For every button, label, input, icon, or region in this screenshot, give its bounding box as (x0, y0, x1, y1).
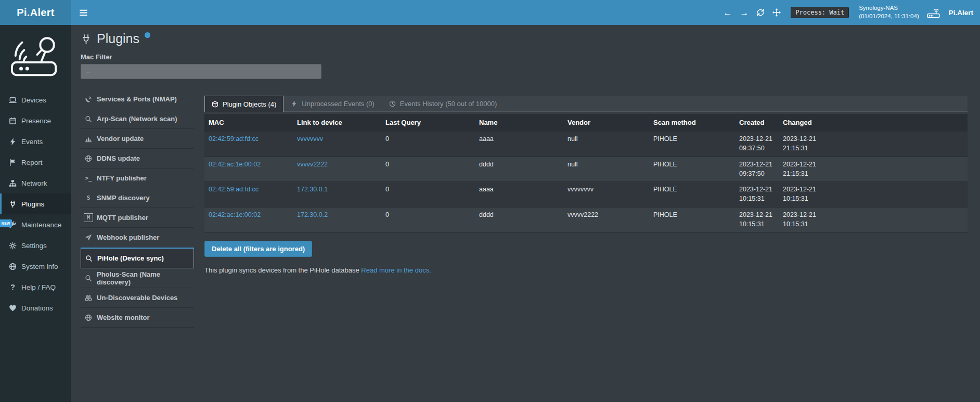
sidebar-item-help-faq[interactable]: ? Help / FAQ (0, 277, 71, 297)
plugin-item-ntfy-publisher[interactable]: >_ NTFY publisher (81, 168, 194, 188)
sidebar-item-network[interactable]: Network (0, 173, 71, 193)
plugin-item-vendor-update[interactable]: Vendor update (81, 129, 194, 149)
column-header-last-query[interactable]: Last Query (381, 114, 475, 132)
column-header-name[interactable]: Name (475, 114, 563, 132)
cell-mac[interactable]: 02:42:ac:1e:00:02 (204, 157, 293, 182)
plugin-item-snmp-discovery[interactable]: S SNMP discovery (81, 188, 194, 208)
tab-plugin-objects[interactable]: Plugin Objects (4) (204, 96, 283, 112)
column-header-changed[interactable]: Changed (779, 114, 822, 132)
column-header-created[interactable]: Created (735, 114, 779, 132)
plugin-item-webhook-publisher[interactable]: Webhook publisher (81, 228, 194, 248)
sidebar-item-events[interactable]: Events (0, 131, 71, 152)
title-info-badge[interactable] (145, 32, 150, 38)
back-arrow-icon[interactable]: ← (723, 8, 732, 17)
read-more-link[interactable]: Read more in the docs. (361, 266, 431, 274)
cell-created: 2023-12-21 10:15:31 (735, 182, 779, 207)
mac-filter-input[interactable] (81, 64, 321, 79)
plugin-item-label: PiHole (Device sync) (97, 254, 164, 262)
plugin-item-services-ports[interactable]: Services & Ports (NMAP) (81, 89, 194, 109)
globe-icon (85, 155, 92, 162)
tab-unprocessed-events[interactable]: Unprocessed Events (0) (283, 96, 381, 111)
header-right-cluster: ← → Process: Wait Synology-NAS (01/01/20… (723, 4, 980, 20)
new-badge: NEW (0, 219, 12, 227)
cube-icon (212, 101, 218, 108)
table-row: 02:42:ac:1e:00:02 vvvvv2222 0 dddd null … (204, 157, 968, 183)
tab-label: Plugin Objects (4) (223, 100, 276, 108)
cell-changed: 2023-12-21 21:15:31 (779, 157, 822, 182)
plugin-item-mqtt-publisher[interactable]: M MQTT publisher (81, 208, 194, 228)
forward-arrow-icon[interactable]: → (740, 8, 749, 17)
hamburger-icon (79, 8, 88, 17)
sidebar-item-plugins[interactable]: Plugins (0, 193, 71, 214)
search-icon (85, 275, 92, 282)
bolt-icon (9, 138, 17, 146)
plugin-item-ddns-update[interactable]: DDNS update (81, 149, 194, 168)
plugin-item-undiscoverable-devices[interactable]: Un-Discoverable Devices (81, 288, 194, 308)
cell-link-to-device[interactable]: vvvvv2222 (293, 157, 381, 182)
plugin-item-label: Vendor update (97, 135, 144, 142)
plug-icon (81, 30, 92, 45)
plugin-item-label: Website monitor (97, 314, 150, 321)
globe-icon (9, 263, 17, 270)
cell-name: dddd (475, 157, 563, 182)
sidebar-item-label: Presence (21, 117, 51, 125)
plugin-item-label: MQTT publisher (97, 214, 148, 222)
heart-icon (9, 304, 17, 312)
sidebar-toggle-button[interactable] (71, 0, 96, 25)
tab-events-history[interactable]: Events History (50 out of 10000) (382, 96, 504, 111)
sidebar: Devices Presence Events Report Network P… (0, 25, 71, 402)
paper-plane-icon (85, 234, 92, 241)
binoculars-icon (85, 294, 92, 302)
header-brand-right: Pi.Alert (949, 9, 973, 17)
cell-link-to-device[interactable]: 172.30.0.2 (293, 208, 381, 232)
cell-created: 2023-12-21 09:37:50 (735, 132, 779, 157)
cell-scan-method: PIHOLE (649, 182, 735, 207)
plugin-item-label: Un-Discoverable Devices (97, 294, 177, 302)
cell-name: dddd (475, 208, 563, 232)
tab-label: Unprocessed Events (0) (302, 100, 374, 108)
table-row: 02:42:59:ad:fd:cc vvvvvvvv 0 aaaa null P… (204, 132, 968, 157)
sidebar-item-report[interactable]: Report (0, 152, 71, 173)
host-name: Synology-NAS (859, 4, 919, 12)
bar-chart-icon (85, 135, 92, 142)
cell-changed: 2023-12-21 10:15:31 (779, 182, 822, 207)
cell-vendor: vvvvvvvv (563, 182, 649, 207)
cell-last-query: 0 (381, 182, 475, 207)
sidebar-item-settings[interactable]: Settings (0, 235, 71, 256)
top-header: Pi.Alert ← → Process: Wait Synology-NAS … (0, 0, 980, 25)
cell-mac[interactable]: 02:42:59:ad:fd:cc (204, 182, 293, 207)
refresh-icon[interactable] (756, 8, 765, 17)
flag-icon (9, 159, 17, 166)
header-filler (822, 114, 968, 132)
cell-link-to-device[interactable]: vvvvvvvv (293, 132, 381, 157)
sidebar-item-system-info[interactable]: System info (0, 256, 71, 277)
column-header-mac[interactable]: MAC (204, 114, 293, 132)
cell-changed: 2023-12-21 10:15:31 (779, 208, 822, 232)
column-header-link-to-device[interactable]: Link to device (293, 114, 381, 132)
plugin-item-pholus-scan[interactable]: Pholus-Scan (Name discovery) (81, 268, 194, 288)
column-header-scan-method[interactable]: Scan method (649, 114, 735, 132)
page-header: Plugins (71, 25, 980, 47)
cell-link-to-device[interactable]: 172.30.0.1 (293, 182, 381, 207)
header-bar: ← → Process: Wait Synology-NAS (01/01/20… (71, 0, 980, 25)
page-title: Plugins (97, 30, 139, 47)
sidebar-item-label: Donations (21, 304, 53, 312)
cell-mac[interactable]: 02:42:ac:1e:00:02 (204, 208, 293, 232)
sidebar-item-presence[interactable]: Presence (0, 110, 71, 131)
plugin-item-website-monitor[interactable]: Website monitor (81, 308, 194, 328)
move-icon[interactable] (772, 8, 781, 17)
plugin-description: This plugin syncs devices from the PiHol… (204, 266, 968, 274)
plugin-item-label: Webhook publisher (97, 234, 159, 241)
delete-all-button[interactable]: Delete all (filters are ignored) (204, 241, 312, 257)
sidebar-item-label: Network (21, 179, 47, 187)
plugin-item-arp-scan[interactable]: Arp-Scan (Network scan) (81, 109, 194, 129)
plugin-list: Services & Ports (NMAP) Arp-Scan (Networ… (81, 89, 194, 328)
bolt-icon (291, 100, 298, 107)
brand-logo[interactable]: Pi.Alert (0, 0, 71, 25)
plug-icon (9, 200, 17, 208)
sidebar-item-donations[interactable]: Donations (0, 297, 71, 318)
sidebar-item-devices[interactable]: Devices (0, 89, 71, 110)
cell-mac[interactable]: 02:42:59:ad:fd:cc (204, 132, 293, 157)
column-header-vendor[interactable]: Vendor (563, 114, 649, 132)
plugin-item-pihole-device-sync[interactable]: PiHole (Device sync) (81, 248, 194, 268)
